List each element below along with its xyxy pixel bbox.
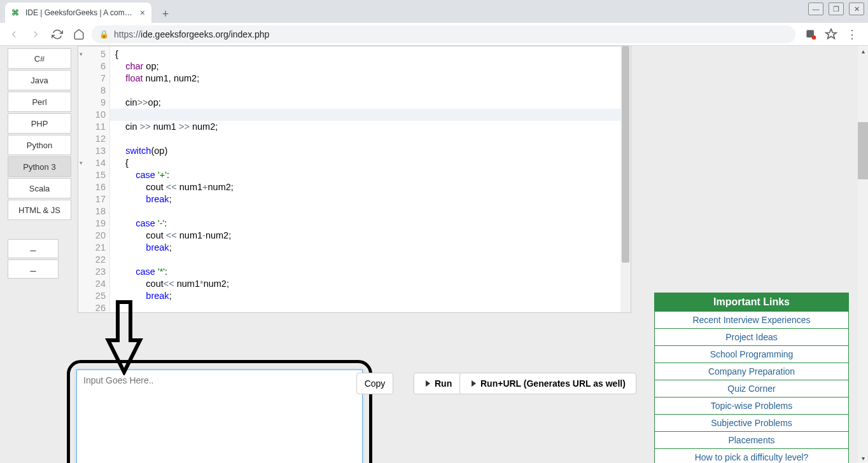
download-button[interactable] — [8, 239, 59, 258]
lang-php[interactable]: PHP — [8, 113, 71, 134]
run-url-label: Run+URL (Generates URL as well) — [480, 378, 626, 389]
scroll-down-icon[interactable]: ▾ — [858, 453, 868, 463]
run-label: Run — [435, 378, 452, 389]
gfg-favicon: ⌘ — [11, 8, 22, 18]
lang-scala[interactable]: Scala — [8, 178, 71, 198]
editor-scrollbar[interactable] — [620, 46, 631, 312]
minimize-button[interactable]: — — [808, 3, 823, 15]
tab-close-icon[interactable]: × — [140, 8, 145, 18]
link-row: Project Ideas — [655, 328, 848, 345]
browser-menu-icon[interactable]: ⋮ — [846, 27, 858, 41]
language-sidebar: C#JavaPerlPHPPythonPython 3ScalaHTML & J… — [8, 48, 71, 280]
lang-perl[interactable]: Perl — [8, 92, 71, 112]
line-gutter: ▾5678910111213▾1415161718192021222324252… — [78, 46, 110, 312]
run-button[interactable]: Run — [414, 373, 463, 394]
new-tab-button[interactable]: + — [157, 5, 174, 23]
link-row: Company Preparation — [655, 363, 848, 380]
link-how-to-pick-a-difficulty-level-[interactable]: How to pick a difficulty level? — [695, 452, 809, 462]
scroll-thumb[interactable] — [858, 122, 868, 179]
page-scrollbar[interactable]: ▴ ▾ — [858, 46, 868, 463]
copy-button[interactable]: Copy — [356, 373, 393, 394]
run-url-button[interactable]: Run+URL (Generates URL as well) — [459, 373, 636, 394]
titlebar: ⌘ IDE | GeeksforGeeks | A compute × + — … — [0, 0, 868, 23]
link-row: Placements — [655, 431, 848, 448]
links-header: Important Links — [655, 293, 848, 311]
bookmark-icon[interactable] — [825, 28, 837, 41]
home-button[interactable] — [70, 25, 88, 43]
link-school-programming[interactable]: School Programming — [710, 349, 794, 359]
link-company-preparation[interactable]: Company Preparation — [708, 366, 795, 377]
link-placements[interactable]: Placements — [728, 435, 774, 445]
input-panel: G — [67, 360, 372, 463]
upload-button[interactable] — [8, 259, 59, 279]
lang-java[interactable]: Java — [8, 70, 71, 90]
browser-toolbar: 🔒 https://ide.geeksforgeeks.org/index.ph… — [0, 23, 868, 46]
forward-button[interactable] — [27, 25, 45, 43]
window-controls: — ❐ ✕ — [808, 3, 864, 15]
maximize-button[interactable]: ❐ — [829, 3, 844, 15]
link-row: Topic-wise Problems — [655, 397, 848, 414]
scroll-up-icon[interactable]: ▴ — [858, 46, 868, 56]
link-project-ideas[interactable]: Project Ideas — [725, 332, 778, 342]
lang-html-js[interactable]: HTML & JS — [8, 200, 71, 220]
code-area[interactable]: { char op; float num1, num2; cin>>op; ci… — [110, 46, 631, 312]
link-row: School Programming — [655, 345, 848, 363]
link-quiz-corner[interactable]: Quiz Corner — [727, 384, 775, 394]
link-row: Quiz Corner — [655, 380, 848, 397]
lang-c-[interactable]: C# — [8, 48, 71, 69]
back-button[interactable] — [5, 25, 23, 43]
link-subjective-problems[interactable]: Subjective Problems — [711, 418, 792, 428]
tab-title: IDE | GeeksforGeeks | A compute — [25, 8, 136, 17]
link-recent-interview-experiences[interactable]: Recent Interview Experiences — [692, 315, 810, 325]
url-bar[interactable]: 🔒 https://ide.geeksforgeeks.org/index.ph… — [92, 25, 795, 43]
url-text: https://ide.geeksforgeeks.org/index.php — [114, 29, 269, 39]
reload-button[interactable] — [48, 25, 66, 43]
link-row: Recent Interview Experiences — [655, 311, 848, 328]
link-topic-wise-problems[interactable]: Topic-wise Problems — [711, 401, 792, 411]
important-links-panel: Important Links Recent Interview Experie… — [654, 293, 849, 463]
extension-icon[interactable] — [804, 28, 817, 41]
lang-python[interactable]: Python — [8, 135, 71, 155]
lock-icon: 🔒 — [99, 30, 109, 39]
stdin-input[interactable] — [76, 370, 363, 463]
close-window-button[interactable]: ✕ — [849, 3, 864, 15]
browser-tab[interactable]: ⌘ IDE | GeeksforGeeks | A compute × — [5, 3, 151, 23]
lang-python-3[interactable]: Python 3 — [8, 156, 71, 177]
svg-point-1 — [812, 35, 816, 39]
page-content: C#JavaPerlPHPPythonPython 3ScalaHTML & J… — [0, 46, 868, 463]
link-row: Subjective Problems — [655, 414, 848, 431]
code-editor[interactable]: ▾5678910111213▾1415161718192021222324252… — [78, 46, 631, 313]
link-row: How to pick a difficulty level? — [655, 448, 848, 463]
